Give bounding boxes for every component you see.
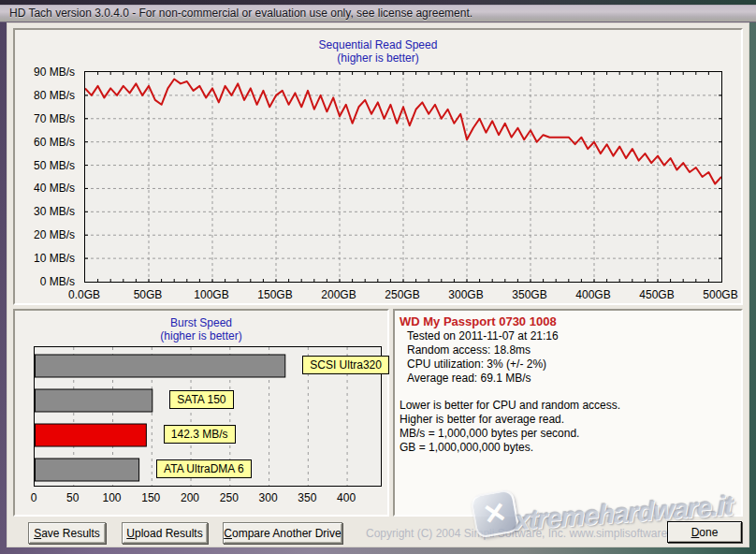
drive-info-line: CPU utilization: 3% (+/- 2%) <box>395 357 741 372</box>
hd-tach-window: HD Tach version 3.0.4.0 - For non-commer… <box>0 0 756 554</box>
compare-another-drive-button[interactable]: Compare Another Drive <box>223 522 342 544</box>
burst-bar-label: SATA 150 <box>169 390 233 409</box>
x-axis-tick-label: 150GB <box>249 288 301 301</box>
compare-accel: C <box>224 527 232 540</box>
y-axis-tick-label: 50 MB/s <box>17 159 75 172</box>
drive-name: WD My Passport 0730 1008 <box>395 311 741 329</box>
burst-x-axis-tick-label: 400 <box>329 491 363 504</box>
drive-note-line: Higher is better for average read. <box>395 413 741 427</box>
burst-x-axis-tick-label: 50 <box>56 491 90 504</box>
upload-results-button[interactable]: Upload Results <box>122 522 208 544</box>
burst-x-axis-tick-label: 250 <box>212 491 246 504</box>
drive-info-line: Random access: 18.8ms <box>395 343 741 357</box>
burst-bar-label: 142.3 MB/s <box>164 425 236 444</box>
save-results-accel: S <box>34 527 41 540</box>
burst-x-axis-tick-label: 300 <box>252 491 285 504</box>
burst-bar-label: SCSI Ultra320 <box>302 356 389 374</box>
window-title: HD Tach version 3.0.4.0 - For non-commer… <box>9 7 472 20</box>
y-axis-tick-label: 20 MB/s <box>17 228 75 241</box>
burst-x-axis-tick-label: 0 <box>17 491 51 504</box>
upload-results-label: pload Results <box>135 527 203 540</box>
drive-note-line: Lower is better for CPU and random acces… <box>395 399 741 413</box>
drive-info-notes: Lower is better for CPU and random acces… <box>395 399 741 455</box>
drive-note-line: MB/s = 1,000,000 bytes per second. <box>395 427 741 441</box>
x-axis-tick-label: 450GB <box>631 288 683 301</box>
client-area: Sequential Read Speed (higher is better)… <box>7 22 749 547</box>
x-axis-tick-label: 500GB <box>694 288 747 301</box>
sequential-chart-subtitle: (higher is better) <box>15 51 741 65</box>
copyright-text: Copyright (C) 2004 Simpli Software, Inc.… <box>366 527 691 540</box>
title-bar[interactable]: HD Tach version 3.0.4.0 - For non-commer… <box>0 0 756 22</box>
burst-bar-label: ATA UltraDMA 6 <box>156 459 252 478</box>
sequential-read-plot <box>84 71 722 283</box>
done-accel: D <box>691 526 700 539</box>
burst-chart-title: Burst Speed <box>15 316 387 329</box>
x-axis-tick-label: 400GB <box>567 288 619 301</box>
save-results-label: ave Results <box>41 527 100 540</box>
y-axis-tick-label: 40 MB/s <box>17 182 75 195</box>
y-axis-tick-label: 70 MB/s <box>17 112 75 125</box>
y-axis-tick-label: 80 MB/s <box>17 89 75 102</box>
burst-speed-panel: Burst Speed (higher is better) 050100150… <box>13 309 389 517</box>
info-spacer <box>395 386 741 399</box>
y-axis-tick-label: 30 MB/s <box>17 205 75 218</box>
y-axis-tick-label: 60 MB/s <box>17 136 75 149</box>
x-axis-tick-label: 250GB <box>376 288 429 301</box>
drive-info-lines: Tested on 2011-11-07 at 21:16Random acce… <box>395 329 741 386</box>
sequential-read-panel: Sequential Read Speed (higher is better)… <box>13 28 743 305</box>
y-axis-tick-label: 90 MB/s <box>17 66 75 79</box>
done-label: one <box>699 526 718 539</box>
burst-x-axis-tick-label: 350 <box>290 491 324 504</box>
drive-info-panel: WD My Passport 0730 1008 Tested on 2011-… <box>393 309 743 517</box>
x-axis-tick-label: 350GB <box>503 288 556 301</box>
y-axis-tick-label: 10 MB/s <box>17 252 75 265</box>
x-axis-tick-label: 100GB <box>185 288 238 301</box>
x-axis-tick-label: 0.0GB <box>58 288 110 301</box>
sequential-read-svg <box>85 72 721 282</box>
done-button[interactable]: Done <box>667 521 742 543</box>
drive-info-line: Average read: 69.1 MB/s <box>395 372 741 386</box>
drive-note-line: GB = 1,000,000,000 bytes. <box>395 441 741 455</box>
drive-info-line: Tested on 2011-11-07 at 21:16 <box>395 329 741 343</box>
upload-results-accel: U <box>126 527 135 540</box>
x-axis-tick-label: 200GB <box>313 288 365 301</box>
compare-label: ompare Another Drive <box>232 527 342 540</box>
burst-x-axis-tick-label: 100 <box>95 491 129 504</box>
burst-chart-subtitle: (higher is better) <box>15 329 387 343</box>
sequential-chart-title: Sequential Read Speed <box>15 38 741 51</box>
save-results-button[interactable]: Save Results <box>28 522 106 544</box>
burst-x-axis-tick-label: 150 <box>134 491 167 504</box>
y-axis-tick-label: 0 MB/s <box>17 275 75 288</box>
x-axis-tick-label: 300GB <box>440 288 492 301</box>
x-axis-tick-label: 50GB <box>122 288 174 301</box>
burst-x-axis-tick-label: 200 <box>173 491 207 504</box>
